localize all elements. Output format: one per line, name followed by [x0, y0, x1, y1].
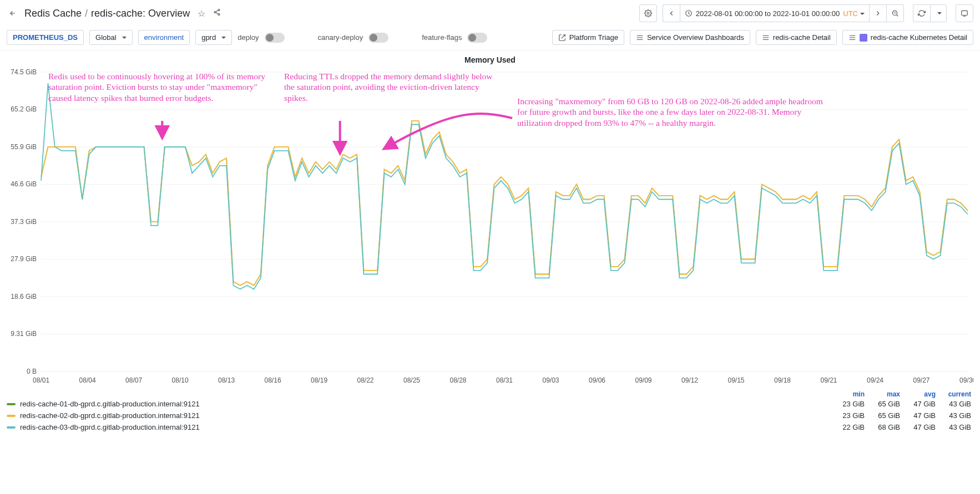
svg-text:08/04: 08/04 [79, 376, 96, 384]
env-value-picker[interactable]: gprd [195, 30, 232, 45]
legend-swatch [7, 426, 16, 429]
legend-header[interactable]: min max avg current [7, 390, 973, 398]
share-icon[interactable] [213, 8, 221, 18]
svg-text:09/24: 09/24 [867, 376, 883, 384]
svg-text:37.3 GiB: 37.3 GiB [11, 218, 37, 226]
legend-series-name: redis-cache-02-db-gprd.c.gitlab-producti… [20, 411, 200, 420]
datasource-picker[interactable]: PROMETHEUS_DS [7, 30, 84, 45]
svg-point-3 [647, 12, 649, 14]
svg-text:08/10: 08/10 [172, 376, 189, 384]
panel-title: Memory Used [7, 55, 973, 64]
svg-text:27.9 GiB: 27.9 GiB [11, 256, 37, 263]
svg-text:09/15: 09/15 [728, 376, 744, 384]
kiosk-button[interactable] [956, 4, 973, 22]
svg-text:08/16: 08/16 [265, 376, 281, 384]
kubernetes-icon [860, 34, 867, 42]
variable-toolbar: PROMETHEUS_DS Global environment gprd de… [0, 27, 980, 51]
time-range-picker[interactable]: 2022-08-01 00:00:00 to 2022-10-01 00:00:… [680, 4, 869, 22]
toggle-flags-label: feature-flags [422, 33, 462, 42]
time-range-group: 2022-08-01 00:00:00 to 2022-10-01 00:00:… [663, 4, 904, 22]
time-next-button[interactable] [869, 4, 886, 22]
legend-row[interactable]: redis-cache-03-db-gprd.c.gitlab-producti… [7, 421, 973, 433]
toggle-feature-flags[interactable] [467, 33, 487, 43]
svg-text:09/03: 09/03 [543, 376, 559, 384]
toggle-canary-label: canary-deploy [318, 33, 363, 42]
svg-text:09/09: 09/09 [635, 376, 651, 384]
toggle-deploy[interactable] [265, 33, 285, 43]
svg-text:09/06: 09/06 [589, 376, 605, 384]
refresh-button[interactable] [913, 4, 930, 22]
svg-text:09/18: 09/18 [774, 376, 791, 384]
svg-text:08/25: 08/25 [403, 376, 420, 384]
link-redis-kube[interactable]: redis-cache Kubernetes Detail [842, 30, 973, 45]
svg-text:74.5 GiB: 74.5 GiB [11, 68, 37, 76]
breadcrumb-dashboard[interactable]: redis-cache: Overview [91, 8, 190, 19]
legend-max: 65 GiB [865, 400, 900, 408]
legend: min max avg current redis-cache-01-db-gp… [7, 390, 973, 433]
svg-text:08/01: 08/01 [33, 376, 49, 384]
legend-current: 43 GiB [936, 423, 971, 431]
legend-avg: 47 GiB [900, 400, 936, 408]
svg-text:55.9 GiB: 55.9 GiB [11, 143, 37, 151]
svg-text:18.6 GiB: 18.6 GiB [11, 293, 37, 301]
breadcrumb-folder[interactable]: Redis Cache [24, 8, 82, 19]
legend-avg: 47 GiB [900, 423, 936, 431]
svg-text:08/22: 08/22 [357, 376, 374, 384]
legend-min: 23 GiB [829, 400, 865, 408]
link-service-overview[interactable]: Service Overview Dashboards [630, 30, 750, 45]
link-redis-detail[interactable]: redis-cache Detail [756, 30, 837, 45]
refresh-interval-dropdown[interactable] [930, 4, 947, 22]
breadcrumb: Redis Cache / redis-cache: Overview [24, 8, 190, 19]
memory-used-panel: Memory Used 0 B9.31 GiB18.6 GiB27.9 GiB3… [0, 51, 980, 440]
refresh-group [913, 4, 947, 22]
svg-text:65.2 GiB: 65.2 GiB [11, 106, 37, 114]
zoom-out-button[interactable] [886, 4, 904, 22]
legend-current: 43 GiB [936, 400, 971, 408]
back-button[interactable] [7, 7, 19, 20]
svg-text:08/19: 08/19 [311, 376, 327, 384]
svg-text:46.6 GiB: 46.6 GiB [11, 181, 37, 189]
legend-swatch [7, 415, 16, 417]
time-range-text: 2022-08-01 00:00:00 to 2022-10-01 00:00:… [696, 9, 840, 18]
legend-avg: 47 GiB [900, 411, 936, 420]
svg-text:0 B: 0 B [27, 368, 37, 375]
scope-picker[interactable]: Global [89, 30, 133, 45]
favorite-icon[interactable]: ☆ [198, 8, 205, 19]
link-platform-triage[interactable]: Platform Triage [552, 30, 624, 45]
svg-text:09/12: 09/12 [681, 376, 698, 384]
svg-text:9.31 GiB: 9.31 GiB [11, 330, 37, 338]
legend-swatch [7, 403, 16, 405]
annotation-3: Increasing "maxmemory" from 60 GB to 120… [517, 96, 828, 128]
chart-area[interactable]: 0 B9.31 GiB18.6 GiB27.9 GiB37.3 GiB46.6 … [7, 65, 973, 387]
settings-button[interactable] [639, 4, 657, 22]
svg-text:08/13: 08/13 [218, 376, 235, 384]
timezone-label: UTC [843, 9, 865, 18]
svg-text:09/21: 09/21 [820, 376, 837, 384]
time-prev-button[interactable] [663, 4, 680, 22]
env-label: environment [138, 30, 190, 45]
svg-text:09/30: 09/30 [959, 376, 973, 384]
svg-text:08/28: 08/28 [450, 376, 467, 384]
legend-current: 43 GiB [936, 411, 971, 420]
legend-max: 68 GiB [865, 423, 900, 431]
legend-row[interactable]: redis-cache-01-db-gprd.c.gitlab-producti… [7, 398, 973, 410]
toggle-deploy-label: deploy [238, 33, 259, 42]
svg-text:08/31: 08/31 [496, 376, 513, 384]
legend-series-name: redis-cache-03-db-gprd.c.gitlab-producti… [20, 423, 200, 431]
legend-min: 23 GiB [829, 411, 865, 420]
svg-rect-6 [962, 11, 968, 15]
svg-text:08/07: 08/07 [125, 376, 142, 384]
legend-row[interactable]: redis-cache-02-db-gprd.c.gitlab-producti… [7, 410, 973, 421]
toggle-canary-deploy[interactable] [368, 33, 388, 43]
dashboard-header: Redis Cache / redis-cache: Overview ☆ 20… [0, 0, 980, 27]
annotation-2: Reducing TTLs dropped the memory demand … [284, 71, 495, 103]
annotation-1: Redis used to be continuously hovering a… [48, 71, 270, 103]
legend-max: 65 GiB [865, 411, 900, 420]
legend-series-name: redis-cache-01-db-gprd.c.gitlab-producti… [20, 400, 200, 408]
legend-min: 22 GiB [829, 423, 865, 431]
svg-text:09/27: 09/27 [913, 376, 930, 384]
breadcrumb-sep: / [85, 8, 88, 19]
